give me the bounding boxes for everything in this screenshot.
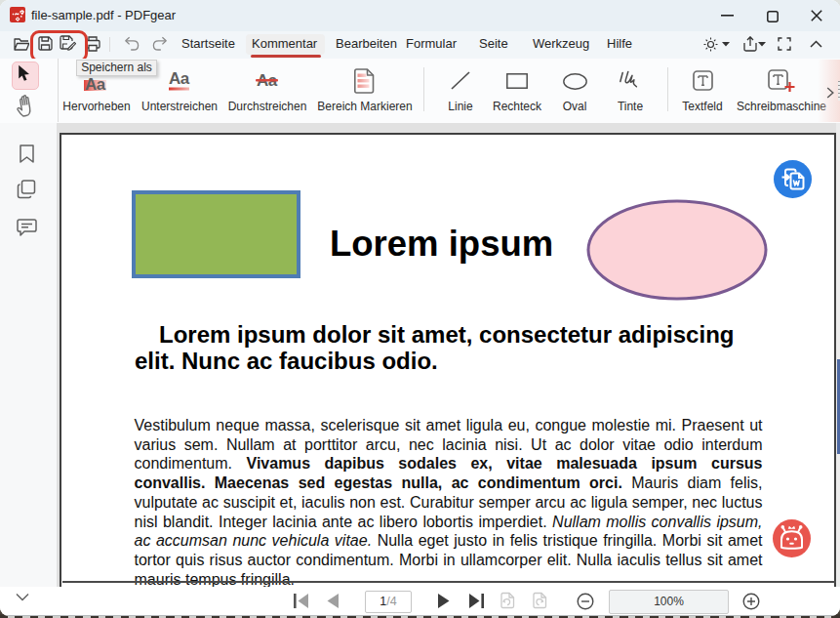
svg-text:Aa: Aa: [85, 75, 106, 94]
svg-text:Aa: Aa: [169, 69, 190, 88]
